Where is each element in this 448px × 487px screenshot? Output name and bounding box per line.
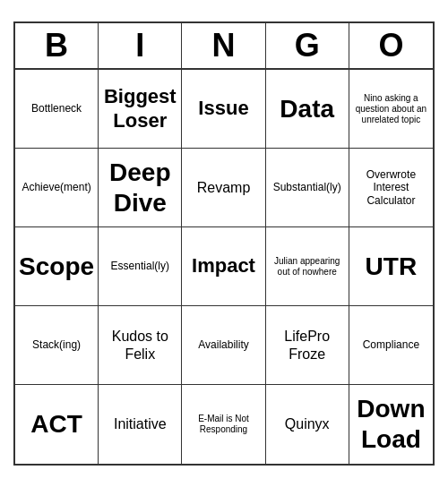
bingo-cell: Data xyxy=(266,70,349,149)
cell-text: Overwrote Interest Calculator xyxy=(353,168,429,207)
bingo-card: BINGO BottleneckBiggest LoserIssueDataNi… xyxy=(13,21,435,466)
cell-text: Availability xyxy=(198,338,248,351)
cell-text: Down Load xyxy=(353,394,429,454)
cell-text: Issue xyxy=(198,97,248,120)
bingo-cell: Initiative xyxy=(99,385,182,464)
bingo-cell: LifePro Froze xyxy=(266,306,349,385)
bingo-cell: Essential(ly) xyxy=(99,227,182,306)
cell-text: Initiative xyxy=(114,415,167,432)
header-letter: B xyxy=(15,23,99,68)
bingo-cell: ACT xyxy=(15,385,99,464)
cell-text: Deep Dive xyxy=(102,158,177,218)
cell-text: Data xyxy=(280,94,334,124)
bingo-cell: Scope xyxy=(15,227,99,306)
bingo-cell: Compliance xyxy=(349,306,433,385)
bingo-cell: Availability xyxy=(182,306,265,385)
bingo-cell: Issue xyxy=(182,70,265,149)
cell-text: E-Mail is Not Responding xyxy=(185,414,261,435)
cell-text: ACT xyxy=(30,409,82,440)
bingo-cell: E-Mail is Not Responding xyxy=(182,385,265,464)
bingo-header: BINGO xyxy=(15,23,433,70)
cell-text: Kudos to Felix xyxy=(102,328,177,362)
cell-text: Bottleneck xyxy=(31,102,82,115)
cell-text: Julian appearing out of nowhere xyxy=(270,256,345,278)
cell-text: Compliance xyxy=(363,338,419,351)
bingo-cell: UTR xyxy=(349,227,433,306)
bingo-grid: BottleneckBiggest LoserIssueDataNino ask… xyxy=(15,70,433,464)
cell-text: LifePro Froze xyxy=(270,328,345,362)
bingo-cell: Revamp xyxy=(182,149,265,227)
bingo-cell: Kudos to Felix xyxy=(99,306,182,385)
cell-text: Nino asking a question about an unrelate… xyxy=(353,93,429,125)
bingo-cell: Nino asking a question about an unrelate… xyxy=(349,70,433,149)
cell-text: Revamp xyxy=(197,179,251,196)
cell-text: Achieve(ment) xyxy=(22,181,90,193)
bingo-cell: Deep Dive xyxy=(99,149,182,227)
header-letter: N xyxy=(182,23,265,68)
header-letter: G xyxy=(266,23,349,68)
cell-text: Biggest Loser xyxy=(102,85,177,132)
bingo-cell: Stack(ing) xyxy=(15,306,99,385)
cell-text: UTR xyxy=(366,252,418,282)
bingo-cell: Biggest Loser xyxy=(99,70,182,149)
bingo-cell: Achieve(ment) xyxy=(15,149,99,227)
header-letter: O xyxy=(349,23,433,68)
bingo-cell: Substantial(ly) xyxy=(266,149,349,227)
bingo-cell: Impact xyxy=(182,227,265,306)
header-letter: I xyxy=(99,23,182,68)
cell-text: Stack(ing) xyxy=(32,338,81,351)
bingo-cell: Quinyx xyxy=(266,385,349,464)
cell-text: Impact xyxy=(192,254,255,278)
cell-text: Scope xyxy=(19,252,94,282)
bingo-cell: Julian appearing out of nowhere xyxy=(266,227,349,306)
cell-text: Substantial(ly) xyxy=(273,181,341,193)
bingo-cell: Bottleneck xyxy=(15,70,99,149)
cell-text: Quinyx xyxy=(285,415,330,432)
bingo-cell: Down Load xyxy=(349,385,433,464)
bingo-cell: Overwrote Interest Calculator xyxy=(349,149,433,227)
cell-text: Essential(ly) xyxy=(111,260,169,272)
